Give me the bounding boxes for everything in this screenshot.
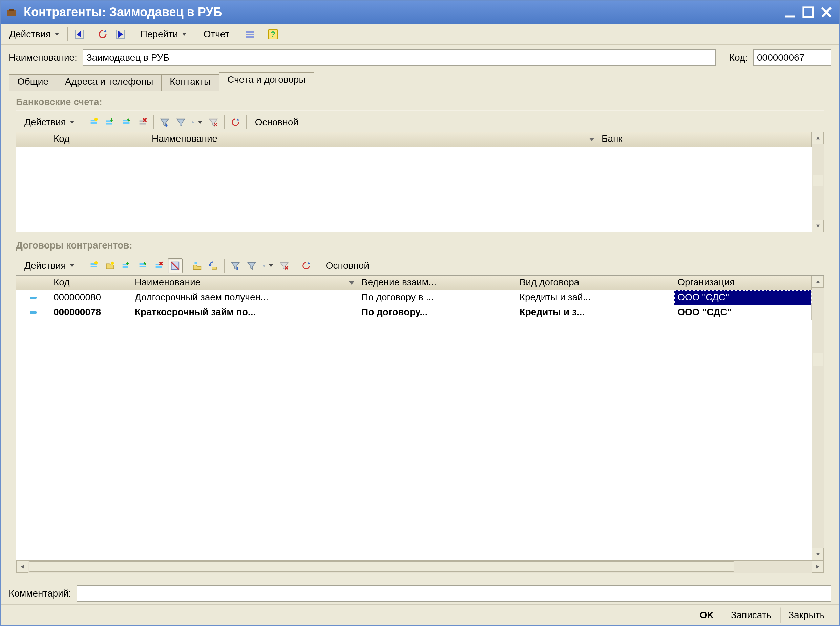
refresh-list-button[interactable] — [228, 115, 243, 130]
prev-button[interactable] — [71, 26, 88, 42]
contracts-grid-body[interactable]: 000000080Долгосрочный заем получен...По … — [16, 291, 812, 560]
actions-menu-button[interactable]: Действия — [4, 26, 64, 42]
content-area: Наименование: Код: Общие Адреса и телефо… — [1, 45, 839, 604]
scroll-down-button[interactable] — [812, 548, 824, 560]
contracts-actions-label: Действия — [24, 260, 66, 271]
contracts-col-marker[interactable] — [16, 275, 50, 291]
table-row[interactable]: 000000078Краткосрочный займ по...По дого… — [16, 305, 812, 320]
scroll-down-button[interactable] — [812, 220, 824, 232]
goto-menu-button[interactable]: Перейти — [135, 26, 191, 42]
contracts-col-name[interactable]: Наименование — [132, 275, 358, 291]
select-fields-button[interactable] — [260, 258, 275, 273]
delete-button[interactable] — [135, 115, 150, 130]
close-button[interactable] — [818, 4, 835, 20]
bank-col-code[interactable]: Код — [50, 132, 148, 147]
close-form-button[interactable]: Закрыть — [780, 607, 832, 623]
level-up-button[interactable] — [206, 258, 221, 273]
edit-button[interactable] — [135, 258, 150, 273]
refresh-button[interactable] — [94, 26, 111, 42]
bank-grid-body[interactable] — [16, 147, 812, 232]
scroll-left-button[interactable] — [16, 561, 28, 573]
next-button[interactable] — [112, 26, 129, 42]
select-fields-button[interactable] — [190, 115, 205, 130]
report-button[interactable]: Отчет — [199, 26, 235, 42]
table-cell[interactable]: ООО "СДС" — [674, 305, 812, 320]
code-input[interactable] — [753, 49, 831, 66]
clear-filter-button[interactable] — [206, 115, 221, 130]
tab-addresses[interactable]: Адреса и телефоны — [56, 75, 161, 91]
contracts-col-settlement[interactable]: Ведение взаим... — [358, 275, 516, 291]
contracts-col-code[interactable]: Код — [50, 275, 132, 291]
table-cell[interactable] — [16, 291, 50, 305]
contracts-col-type[interactable]: Вид договора — [516, 275, 674, 291]
name-input[interactable] — [83, 49, 716, 66]
set-main-contract-button[interactable]: Основной — [321, 258, 374, 273]
contracts-vscroll[interactable] — [812, 275, 824, 560]
scroll-thumb[interactable] — [813, 353, 823, 366]
scroll-up-button[interactable] — [812, 275, 824, 288]
table-cell[interactable]: Долгосрочный заем получен... — [132, 291, 358, 305]
tab-accounts[interactable]: Счета и договоры — [219, 72, 314, 89]
add-button[interactable] — [86, 115, 101, 130]
hierarchy-toggle-button[interactable] — [168, 258, 183, 273]
filter-button[interactable] — [173, 115, 188, 130]
table-cell[interactable]: 000000078 — [50, 305, 132, 320]
help-button[interactable]: ? — [265, 26, 281, 42]
bank-col-name[interactable]: Наименование — [148, 132, 598, 147]
table-cell[interactable] — [16, 305, 50, 320]
minimize-button[interactable] — [782, 4, 798, 20]
table-row[interactable]: 000000080Долгосрочный заем получен...По … — [16, 291, 812, 305]
tab-contacts[interactable]: Контакты — [161, 75, 219, 91]
bank-vscroll[interactable] — [812, 132, 824, 232]
set-main-button[interactable]: Основной — [250, 115, 304, 130]
scroll-up-button[interactable] — [812, 132, 824, 144]
add-copy-button[interactable] — [103, 115, 118, 130]
add-copy-button[interactable] — [119, 258, 134, 273]
chevron-down-icon — [70, 121, 74, 124]
svg-point-13 — [94, 118, 97, 121]
ok-button[interactable]: OK — [692, 607, 722, 623]
scroll-right-button[interactable] — [812, 561, 824, 573]
filter-button[interactable] — [244, 258, 259, 273]
svg-rect-6 — [246, 31, 254, 33]
chevron-down-icon — [198, 121, 202, 124]
table-cell[interactable]: По договору... — [358, 305, 516, 320]
list-settings-button[interactable] — [241, 26, 258, 42]
maximize-button[interactable] — [800, 4, 816, 20]
contracts-grid[interactable]: Код Наименование Ведение взаим... Вид до… — [16, 275, 824, 573]
save-button[interactable]: Записать — [723, 607, 779, 623]
svg-rect-29 — [139, 266, 146, 268]
add-button[interactable] — [86, 258, 101, 273]
table-cell[interactable]: По договору в ... — [358, 291, 516, 305]
bank-accounts-grid[interactable]: Код Наименование Банк — [16, 132, 824, 232]
bank-col-marker[interactable] — [16, 132, 50, 147]
delete-button[interactable] — [151, 258, 166, 273]
edit-button[interactable] — [119, 115, 134, 130]
comment-input[interactable] — [77, 585, 831, 602]
svg-rect-7 — [246, 33, 254, 35]
table-cell[interactable]: Краткосрочный займ по... — [132, 305, 358, 320]
chevron-down-icon — [269, 264, 273, 267]
contracts-actions-menu[interactable]: Действия — [19, 258, 79, 273]
table-cell[interactable]: Кредиты и з... — [516, 305, 674, 320]
table-cell[interactable]: ООО "СДС" — [674, 291, 812, 305]
add-group-button[interactable] — [103, 258, 118, 273]
move-to-group-button[interactable] — [190, 258, 205, 273]
table-cell[interactable]: Кредиты и зай... — [516, 291, 674, 305]
tab-general[interactable]: Общие — [9, 75, 57, 91]
bank-col-bank[interactable]: Банк — [598, 132, 812, 147]
scroll-thumb[interactable] — [813, 175, 823, 186]
contracts-col-org[interactable]: Организация — [674, 275, 812, 291]
bank-actions-menu[interactable]: Действия — [19, 115, 79, 130]
svg-point-25 — [111, 262, 114, 265]
svg-rect-2 — [785, 16, 795, 17]
clear-filter-button[interactable] — [277, 258, 291, 273]
filter-by-value-button[interactable] — [157, 115, 172, 130]
contracts-toolbar: Действия — [16, 256, 824, 275]
svg-rect-36 — [263, 265, 265, 267]
filter-by-value-button[interactable] — [228, 258, 243, 273]
scroll-thumb[interactable] — [29, 561, 734, 572]
table-cell[interactable]: 000000080 — [50, 291, 132, 305]
contracts-hscroll[interactable] — [16, 560, 824, 573]
refresh-list-button[interactable] — [299, 258, 313, 273]
